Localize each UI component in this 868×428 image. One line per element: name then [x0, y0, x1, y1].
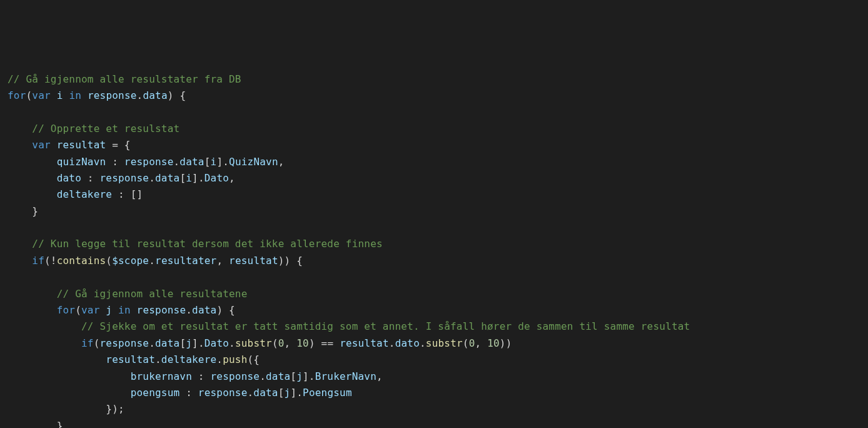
var-response: response [88, 89, 137, 101]
prop-brukernavn-cap: BrukerNavn [315, 370, 376, 382]
punct: ]. [216, 156, 229, 168]
prop-data: data [155, 172, 179, 184]
prop-data: data [253, 387, 278, 399]
keyword-for: for [8, 89, 26, 101]
space [131, 304, 137, 316]
space [63, 89, 69, 101]
prop-dato-cap: Dato [204, 172, 229, 184]
code-comment: // Sjekke om et resultat er tatt samtidi… [81, 320, 690, 332]
keyword-if: if [32, 255, 44, 267]
prop-deltakere: deltakere [57, 188, 113, 200]
prop-dato: dato [57, 172, 81, 184]
var-j: j [186, 337, 192, 349]
punct: , [376, 370, 383, 382]
punct: [ [290, 370, 296, 382]
punct: ( [75, 304, 81, 316]
space [81, 89, 88, 101]
keyword-if: if [81, 337, 94, 349]
prop-dato-cap: Dato [204, 337, 229, 349]
punct: ({ [248, 354, 260, 365]
prop-data: data [143, 89, 167, 101]
number-literal: 10 [487, 337, 500, 349]
punct: : [179, 387, 198, 399]
punct: )) { [278, 255, 303, 267]
punct: ) { [168, 89, 186, 101]
punct: ]. [290, 387, 303, 399]
punct: = { [106, 139, 130, 151]
punct: . [149, 172, 155, 184]
code-comment: // Opprette et resulstat [32, 123, 179, 135]
var-j: j [296, 370, 303, 382]
punct: : [] [112, 188, 143, 200]
var-response: response [210, 370, 260, 382]
prop-quiznavn: quizNavn [57, 156, 106, 168]
var-resultat: resultat [340, 337, 389, 349]
var-resultat: resultat [229, 255, 278, 267]
punct: } [32, 205, 38, 217]
punct: ( [272, 337, 278, 349]
func-push: push [223, 354, 247, 365]
prop-data: data [155, 337, 179, 349]
punct: } [57, 420, 63, 428]
punct: . [260, 370, 266, 382]
var-i: i [211, 156, 217, 168]
number-literal: 0 [469, 337, 475, 349]
punct: [ [278, 387, 285, 399]
prop-poengsum-cap: Poengsum [303, 387, 352, 399]
punct: ( [26, 89, 33, 101]
var-response: response [198, 387, 248, 399]
punct: ]. [192, 172, 204, 184]
var-j: j [285, 387, 291, 399]
var-j: j [106, 304, 112, 316]
keyword-var: var [32, 89, 51, 101]
punct: ) == [309, 337, 340, 349]
var-i: i [57, 89, 63, 101]
func-substr: substr [426, 337, 463, 349]
keyword-in: in [118, 304, 131, 316]
prop-dato: dato [395, 337, 420, 349]
punct: [ [204, 156, 211, 168]
punct: ]. [192, 337, 204, 349]
space [112, 304, 118, 316]
punct: , [216, 255, 229, 267]
code-comment: // Gå igjennom alle resulstater fra DB [8, 73, 241, 85]
var-response: response [100, 172, 149, 184]
punct: . [216, 354, 223, 365]
punct: , [229, 172, 235, 184]
punct: . [420, 337, 426, 349]
punct: . [186, 304, 192, 316]
keyword-in: in [69, 89, 81, 101]
number-literal: 10 [296, 337, 309, 349]
punct: ( [94, 337, 100, 349]
punct: [ [179, 337, 186, 349]
punct: }); [106, 403, 124, 415]
punct: ( [463, 337, 469, 349]
punct: ( [106, 255, 112, 267]
punct: . [137, 89, 143, 101]
prop-resultater: resultater [155, 255, 216, 267]
punct: ]. [303, 370, 315, 382]
space [100, 304, 106, 316]
prop-data: data [266, 370, 290, 382]
var-resultat: resultat [57, 139, 106, 151]
punct: : [192, 370, 211, 382]
prop-data: data [179, 156, 204, 168]
var-response: response [124, 156, 174, 168]
punct: (! [44, 255, 57, 267]
punct: . [155, 354, 161, 365]
var-response: response [137, 304, 186, 316]
var-response: response [100, 337, 149, 349]
code-editor[interactable]: // Gå igjennom alle resulstater fra DB f… [8, 71, 860, 428]
punct: ) { [216, 304, 235, 316]
space [51, 89, 57, 101]
punct: [ [179, 172, 186, 184]
punct: : [106, 156, 124, 168]
punct: . [229, 337, 235, 349]
prop-deltakere: deltakere [161, 354, 217, 365]
space [51, 139, 57, 151]
punct: : [81, 172, 100, 184]
punct: , [278, 156, 285, 168]
var-resultat: resultat [106, 354, 155, 365]
prop-data: data [192, 304, 216, 316]
punct: . [389, 337, 395, 349]
